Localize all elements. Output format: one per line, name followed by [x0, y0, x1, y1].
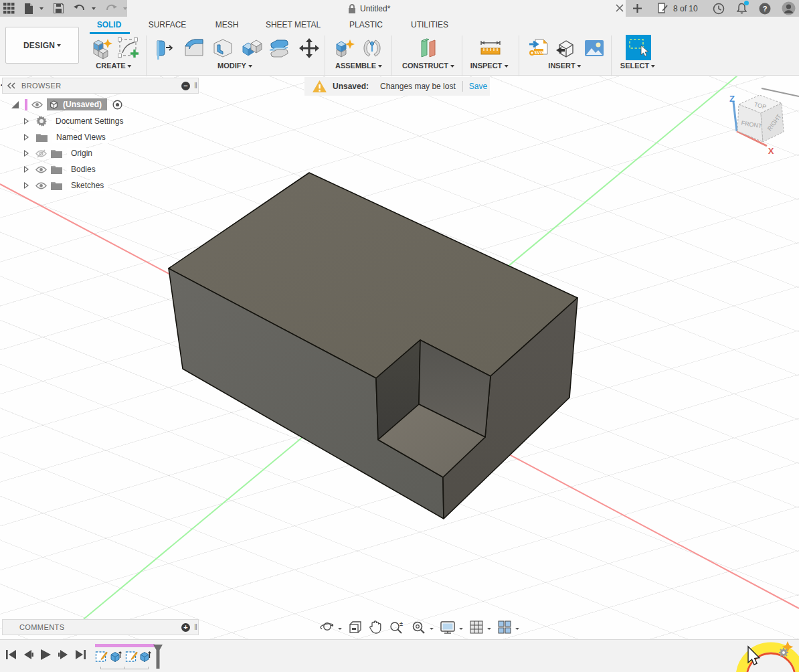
file-menu-caret[interactable] — [39, 7, 43, 10]
new-tab-plus-icon[interactable] — [632, 3, 642, 13]
help-icon[interactable]: ? — [759, 3, 771, 15]
split-body-icon[interactable] — [268, 37, 291, 62]
create-primitive-icon[interactable] — [90, 37, 113, 62]
comments-grip[interactable]: ‖ — [194, 622, 197, 632]
redo-menu-caret[interactable] — [123, 7, 127, 10]
notifications-bell-icon[interactable] — [736, 3, 747, 14]
expand-arrow-icon[interactable] — [24, 166, 29, 173]
skip-start-icon[interactable] — [5, 649, 17, 660]
browser-row-origin[interactable]: Origin — [24, 147, 96, 159]
step-forward-icon[interactable] — [58, 649, 68, 660]
job-status-icon[interactable] — [657, 3, 669, 14]
play-icon[interactable] — [40, 649, 52, 661]
workspace-selector[interactable]: DESIGN — [5, 27, 79, 64]
app-grid-icon[interactable] — [3, 3, 15, 14]
fillet-icon[interactable] — [183, 37, 205, 62]
comments-panel-header[interactable]: COMMENTS + ‖ — [2, 619, 199, 635]
viewport-3d[interactable]: TOP FRONT RIGHT Z X Unsaved: Changes may… — [0, 76, 799, 672]
skip-end-icon[interactable] — [75, 649, 86, 660]
construct-group-label[interactable]: CONSTRUCT — [402, 62, 454, 70]
create-sketch-icon[interactable] — [117, 37, 140, 62]
grid-snap-icon[interactable] — [469, 620, 484, 637]
create-group-label[interactable]: CREATE — [96, 62, 131, 70]
file-new-icon[interactable] — [24, 3, 33, 14]
browser-grip[interactable]: ‖ — [194, 81, 197, 90]
press-pull-icon[interactable] — [153, 37, 176, 62]
step-back-icon[interactable] — [23, 649, 33, 660]
model-body[interactable] — [169, 173, 578, 519]
canvas-icon[interactable] — [583, 37, 606, 62]
comments-add-icon[interactable]: + — [181, 623, 190, 632]
root-visibility-eye-icon[interactable] — [31, 101, 43, 108]
browser-row-sketches[interactable]: Sketches — [24, 179, 108, 191]
timeline-playhead[interactable] — [153, 645, 163, 671]
display-caret[interactable] — [459, 628, 463, 630]
inspect-group-label[interactable]: INSPECT — [470, 62, 509, 70]
tree-item-label[interactable]: Sketches — [67, 180, 108, 191]
joint-icon[interactable] — [361, 37, 383, 62]
select-icon[interactable] — [626, 35, 651, 63]
browser-row-root[interactable]: (Unsaved) — [11, 98, 122, 110]
combine-icon[interactable] — [241, 37, 264, 62]
zoom-icon[interactable]: ± — [388, 620, 404, 637]
tree-item-label[interactable]: Document Settings — [52, 116, 127, 127]
browser-row-bodies[interactable]: Bodies — [24, 163, 100, 175]
viewports-caret[interactable] — [515, 628, 519, 630]
save-icon[interactable] — [54, 3, 64, 13]
tab-utilities[interactable]: UTILITIES — [411, 20, 448, 29]
visibility-eye-icon[interactable] — [35, 182, 47, 189]
undo-icon[interactable] — [74, 4, 86, 13]
move-copy-icon[interactable] — [298, 37, 321, 62]
viewports-icon[interactable] — [497, 620, 512, 637]
browser-collapse-icon[interactable]: − — [181, 82, 190, 90]
orbit-caret[interactable] — [338, 628, 342, 630]
visibility-off-eye-icon[interactable] — [35, 149, 47, 158]
browser-row-document-settings[interactable]: Document Settings — [24, 115, 127, 127]
root-label[interactable]: (Unsaved) — [63, 100, 102, 109]
construct-plane-icon[interactable] — [416, 37, 440, 62]
tab-plastic[interactable]: PLASTIC — [349, 20, 383, 29]
insert-group-label[interactable]: INSERT — [548, 62, 581, 70]
tab-surface[interactable]: SURFACE — [149, 20, 187, 29]
assemble-group-label[interactable]: ASSEMBLE — [335, 62, 382, 70]
visibility-eye-icon[interactable] — [35, 166, 47, 173]
user-avatar[interactable] — [782, 1, 796, 15]
timeline-extrude2-icon[interactable] — [139, 650, 152, 665]
history-clock-icon[interactable] — [713, 3, 725, 15]
tree-item-label[interactable]: Named Views — [52, 132, 110, 143]
select-group-label[interactable]: SELECT — [620, 62, 655, 70]
collapse-chevrons-icon[interactable] — [7, 82, 15, 89]
timeline-sketch2-icon[interactable] — [125, 650, 138, 665]
undo-menu-caret[interactable] — [92, 7, 96, 10]
expand-arrow-icon[interactable] — [24, 182, 29, 189]
tab-mesh[interactable]: MESH — [215, 20, 239, 29]
timeline-sketch1-icon[interactable] — [95, 650, 108, 665]
root-activate-radio[interactable] — [112, 100, 122, 110]
pan-icon[interactable] — [369, 620, 382, 637]
document-tab[interactable]: Untitled* — [348, 0, 390, 17]
tab-solid[interactable]: SOLID — [97, 20, 122, 29]
grid-caret[interactable] — [487, 628, 491, 630]
timeline-extrude1-icon[interactable] — [110, 650, 122, 665]
derive-icon[interactable] — [554, 37, 577, 62]
display-settings-icon[interactable] — [440, 620, 456, 637]
tab-sheet-metal[interactable]: SHEET METAL — [266, 20, 321, 29]
expand-arrow-icon[interactable] — [24, 150, 29, 157]
expand-arrow-icon[interactable] — [24, 134, 29, 141]
tree-item-label[interactable]: Bodies — [67, 164, 100, 175]
fit-icon[interactable] — [410, 620, 426, 637]
tree-item-label[interactable]: Origin — [67, 148, 96, 159]
close-tab-icon[interactable] — [615, 3, 624, 13]
fit-caret[interactable] — [430, 628, 434, 630]
orbit-icon[interactable] — [320, 620, 335, 637]
view-cube[interactable]: TOP FRONT RIGHT Z X — [729, 94, 784, 156]
modify-group-label[interactable]: MODIFY — [217, 62, 252, 70]
insert-svg-icon[interactable]: SVG — [527, 37, 550, 62]
expand-arrow-icon[interactable] — [24, 118, 29, 124]
browser-panel-header[interactable]: BROWSER − ‖ — [2, 78, 199, 94]
look-at-icon[interactable] — [348, 620, 363, 637]
redo-icon[interactable] — [105, 4, 117, 13]
root-expand-icon[interactable] — [11, 100, 19, 109]
shell-icon[interactable] — [211, 37, 234, 62]
new-component-icon[interactable] — [333, 37, 356, 62]
